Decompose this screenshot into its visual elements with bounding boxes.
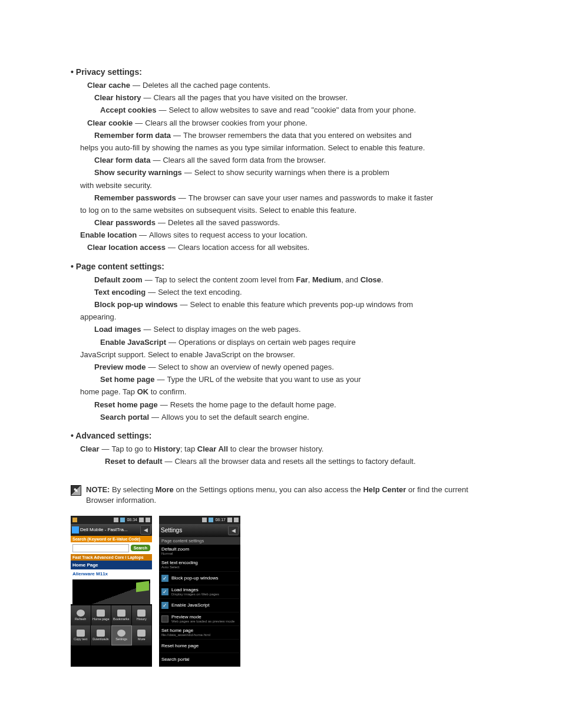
setting-row[interactable]: Search portal — [159, 653, 240, 667]
settings-list: Default zoomNormalSet text encodingAuto … — [159, 545, 240, 667]
list-item-cont: appearing. — [80, 312, 491, 322]
menu-settings[interactable]: Settings — [111, 625, 132, 645]
setting-row[interactable]: Reset home page — [159, 640, 240, 653]
page-title: Dell Mobile - FastTra... — [80, 527, 139, 532]
setting-title: Load images — [171, 587, 219, 592]
notification-icon — [72, 518, 77, 522]
note-icon: ✎ — [71, 485, 81, 496]
menu-history[interactable]: History — [132, 605, 153, 625]
menu-row-2: Copy text Downloads Settings More — [71, 625, 152, 645]
phone-settings: 08:17 Settings ◀ Page content settings D… — [159, 516, 240, 667]
setting-title: Default zoom — [161, 546, 189, 552]
product-link[interactable]: Alienware M11x — [71, 569, 152, 578]
menu-more[interactable]: More — [132, 625, 152, 645]
phone-browser: 08:34 Dell Mobile - FastTra... ◀ Search … — [71, 516, 152, 667]
checkbox-icon[interactable]: ✓ — [161, 575, 168, 582]
download-icon — [97, 630, 105, 637]
screenshots-row: 08:34 Dell Mobile - FastTra... ◀ Search … — [71, 516, 491, 667]
web-content: Search (Keyword or E-Value Code) Search … — [71, 536, 152, 604]
refresh-icon — [77, 610, 85, 617]
home-icon — [97, 610, 105, 617]
status-time: 08:34 — [127, 518, 137, 522]
list-item: Show security warnings—Select to show se… — [94, 167, 491, 178]
favicon-icon — [72, 526, 79, 533]
setting-row[interactable]: Set text encodingAuto Select — [159, 558, 240, 572]
wifi-icon — [209, 518, 213, 522]
setting-subtitle: Web pages are loaded as preview mode — [171, 620, 234, 623]
setting-title: Enable JavaScript — [171, 602, 209, 608]
checkbox-icon[interactable]: ✓ — [161, 588, 168, 595]
list-item: Set home page—Type the URL of the websit… — [100, 374, 491, 385]
note-row: ✎ NOTE: By selecting More on the Setting… — [71, 485, 491, 506]
network-icon — [202, 518, 207, 522]
settings-title: Settings — [161, 527, 182, 533]
setting-row[interactable]: Preview modeWeb pages are loaded as prev… — [159, 612, 240, 626]
list-item: Clear passwords—Deletes all the saved pa… — [94, 218, 491, 228]
list-item: Enable JavaScript—Operations or displays… — [100, 337, 491, 348]
gear-icon — [117, 630, 125, 637]
search-input[interactable] — [72, 544, 129, 552]
setting-title: Search portal — [161, 657, 190, 662]
more-icon — [137, 630, 146, 637]
settings-section-header: Page content settings — [159, 537, 240, 545]
menu-bookmarks[interactable]: Bookmarks — [111, 605, 132, 625]
setting-row[interactable]: ✓Block pop-up windows — [159, 572, 240, 585]
list-item: Clear—Tap to go to History; tap Clear Al… — [80, 444, 491, 454]
list-item-cont: with website security. — [80, 180, 491, 191]
section-page-title: • Page content settings: — [71, 262, 491, 271]
signal-icon — [146, 518, 150, 522]
list-item: Preview mode—Select to show an overview … — [94, 362, 491, 373]
note-text: NOTE: By selecting More on the Settings … — [86, 485, 491, 506]
menu-copytext[interactable]: Copy text — [71, 625, 91, 645]
list-item: Clear location access—Clears location ac… — [87, 242, 491, 253]
battery-icon — [139, 518, 144, 522]
menu-homepage[interactable]: Home page — [91, 605, 112, 625]
category-header: Fast Track Advanced Core i Laptops — [71, 554, 152, 561]
setting-row[interactable]: ✓Enable JavaScript — [159, 599, 240, 612]
menu-downloads[interactable]: Downloads — [91, 625, 111, 645]
address-bar[interactable]: Dell Mobile - FastTra... ◀ — [71, 524, 152, 536]
checkbox-icon[interactable] — [161, 615, 168, 622]
section-privacy-title: • Privacy settings: — [71, 67, 491, 77]
network-icon — [114, 518, 118, 522]
menu-row-1: Refresh Home page Bookmarks History — [71, 605, 152, 625]
setting-row[interactable]: Set home pagefile://data_asset/stid-home… — [159, 626, 240, 640]
setting-subtitle: Display images on Web pages — [171, 592, 219, 596]
setting-subtitle: Normal — [161, 552, 189, 555]
list-item-cont: helps you auto-fill by showing the names… — [80, 143, 491, 153]
document-page: • Privacy settings: Clear cache—Deletes … — [0, 0, 562, 702]
list-item: Remember passwords—The browser can save … — [94, 193, 491, 203]
back-button[interactable]: ◀ — [228, 526, 239, 535]
product-image — [72, 579, 150, 604]
status-bar: 08:34 — [71, 516, 152, 524]
back-button[interactable]: ◀ — [140, 525, 151, 535]
list-item: Enable location—Allows sites to request … — [80, 230, 491, 241]
setting-row[interactable]: ✓Load imagesDisplay images on Web pages — [159, 585, 240, 599]
status-time: 08:17 — [215, 518, 226, 522]
setting-title: Reset home page — [161, 643, 199, 648]
list-item: Load images—Select to display images on … — [94, 324, 491, 335]
setting-row[interactable]: Default zoomNormal — [159, 545, 240, 558]
list-item: Accept cookies—Select to allow websites … — [100, 105, 491, 116]
menu-refresh[interactable]: Refresh — [71, 605, 91, 625]
setting-title: Block pop-up windows — [171, 575, 219, 581]
setting-subtitle: Auto Select — [161, 565, 198, 569]
setting-title: Set home page — [161, 628, 210, 633]
history-icon — [137, 610, 146, 617]
list-item-cont: JavaScript support. Select to enable Jav… — [80, 350, 491, 360]
settings-header: Settings ◀ — [159, 524, 240, 537]
list-item: Clear cache—Deletes all the cached page … — [87, 80, 491, 91]
fasttrack-badge-icon — [136, 581, 149, 592]
search-label: Search (Keyword or E-Value Code) — [71, 536, 152, 542]
list-item: Clear form data—Clears all the saved for… — [94, 155, 491, 166]
checkbox-icon[interactable]: ✓ — [161, 602, 168, 609]
list-item-cont: home page. Tap OK to confirm. — [80, 387, 491, 397]
list-item: Reset home page—Resets the home page to … — [94, 400, 491, 410]
status-bar: 08:17 — [159, 516, 240, 524]
search-button[interactable]: Search — [131, 545, 150, 551]
homepage-link[interactable]: Home Page — [71, 561, 152, 569]
wifi-icon — [120, 518, 125, 522]
section-advanced-title: • Advanced settings: — [71, 431, 491, 440]
list-item: Clear cookie—Clears all the browser cook… — [87, 118, 491, 129]
setting-subtitle: file://data_asset/stid-home.html — [161, 633, 210, 637]
